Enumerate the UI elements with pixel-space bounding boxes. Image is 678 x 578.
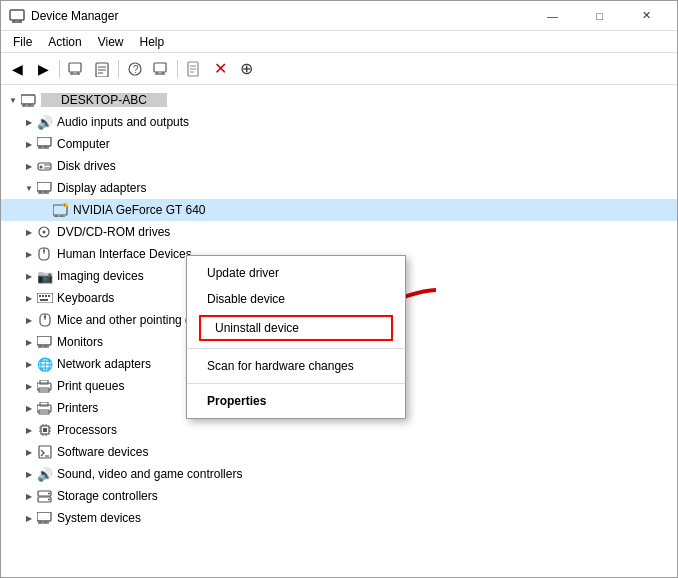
expand-processors[interactable]: ▶ (21, 422, 37, 438)
expand-network[interactable]: ▶ (21, 356, 37, 372)
svg-rect-4 (69, 63, 81, 72)
close-button[interactable]: ✕ (624, 1, 669, 31)
svg-rect-14 (154, 63, 166, 72)
computer-label: Computer (57, 137, 110, 151)
computer-icon (37, 136, 53, 152)
disk-icon (37, 158, 53, 174)
svg-rect-50 (39, 295, 41, 297)
tree-item-software[interactable]: ▶ Software devices (1, 441, 677, 463)
expand-sound[interactable]: ▶ (21, 466, 37, 482)
expand-system[interactable]: ▶ (21, 510, 37, 526)
svg-rect-49 (37, 293, 53, 303)
expand-printers[interactable]: ▶ (21, 400, 37, 416)
printers-label: Printers (57, 401, 98, 415)
tree-item-display[interactable]: ▼ Display adapters (1, 177, 677, 199)
printers-icon (37, 400, 53, 416)
content-area: ▼ DESKTOP-ABC ▶ 🔊 Audio inputs and outpu… (1, 85, 677, 577)
menu-action[interactable]: Action (40, 33, 89, 51)
software-icon (37, 444, 53, 460)
tree-root[interactable]: ▼ DESKTOP-ABC (1, 89, 677, 111)
ctx-properties[interactable]: Properties (187, 388, 405, 414)
svg-point-45 (43, 231, 46, 234)
tree-item-audio[interactable]: ▶ 🔊 Audio inputs and outputs (1, 111, 677, 133)
tree-item-computer[interactable]: ▶ Computer (1, 133, 677, 155)
tree-item-disk[interactable]: ▶ Disk drives (1, 155, 677, 177)
root-icon (21, 92, 37, 108)
tree-item-nvidia[interactable]: ▶ ! NVIDIA GeForce GT 640 (1, 199, 677, 221)
hid-label: Human Interface Devices (57, 247, 192, 261)
expand-keyboards[interactable]: ▶ (21, 290, 37, 306)
toolbar-delete-btn[interactable]: ✕ (208, 57, 232, 81)
app-icon (9, 8, 25, 24)
expand-imaging[interactable]: ▶ (21, 268, 37, 284)
ctx-uninstall-device[interactable]: Uninstall device (199, 315, 393, 341)
expand-printqueues[interactable]: ▶ (21, 378, 37, 394)
menu-bar: File Action View Help (1, 31, 677, 53)
audio-icon: 🔊 (37, 114, 53, 130)
disk-label: Disk drives (57, 159, 116, 173)
toolbar-btn-1[interactable] (64, 57, 88, 81)
svg-rect-53 (48, 295, 50, 297)
toolbar-separator-2 (118, 60, 119, 78)
audio-label: Audio inputs and outputs (57, 115, 189, 129)
toolbar-help-btn[interactable]: ? (123, 57, 147, 81)
imaging-label: Imaging devices (57, 269, 144, 283)
svg-rect-0 (10, 10, 24, 20)
menu-file[interactable]: File (5, 33, 40, 51)
svg-rect-58 (37, 336, 51, 345)
expand-software[interactable]: ▶ (21, 444, 37, 460)
maximize-button[interactable]: □ (577, 1, 622, 31)
network-icon: 🌐 (37, 356, 53, 372)
svg-text:?: ? (133, 64, 139, 75)
expand-mice[interactable]: ▶ (21, 312, 37, 328)
expand-hid[interactable]: ▶ (21, 246, 37, 262)
toolbar-refresh-btn[interactable]: ⊕ (234, 57, 258, 81)
svg-point-57 (44, 316, 46, 318)
svg-rect-51 (42, 295, 44, 297)
sound-label: Sound, video and game controllers (57, 467, 242, 481)
device-manager-window: Device Manager — □ ✕ File Action View He… (0, 0, 678, 578)
system-label: System devices (57, 511, 141, 525)
tree-item-sound[interactable]: ▶ 🔊 Sound, video and game controllers (1, 463, 677, 485)
toolbar: ◀ ▶ ? (1, 53, 677, 85)
tree-item-system[interactable]: ▶ System devices (1, 507, 677, 529)
toolbar-btn-2[interactable] (90, 57, 114, 81)
ctx-scan-hardware[interactable]: Scan for hardware changes (187, 353, 405, 379)
ctx-disable-device[interactable]: Disable device (187, 286, 405, 312)
nvidia-icon: ! (53, 202, 69, 218)
toolbar-separator-1 (59, 60, 60, 78)
expand-audio[interactable]: ▶ (21, 114, 37, 130)
storage-label: Storage controllers (57, 489, 158, 503)
window-title: Device Manager (31, 9, 530, 23)
expand-monitors[interactable]: ▶ (21, 334, 37, 350)
svg-rect-22 (21, 95, 35, 104)
system-icon (37, 510, 53, 526)
svg-point-82 (48, 492, 50, 494)
ctx-divider-1 (187, 348, 405, 349)
expand-disk[interactable]: ▶ (21, 158, 37, 174)
toolbar-separator-3 (177, 60, 178, 78)
expand-dvd[interactable]: ▶ (21, 224, 37, 240)
tree-item-storage[interactable]: ▶ Storage controllers (1, 485, 677, 507)
processors-label: Processors (57, 423, 117, 437)
svg-rect-34 (37, 182, 51, 191)
expand-computer[interactable]: ▶ (21, 136, 37, 152)
back-button[interactable]: ◀ (5, 57, 29, 81)
expand-root[interactable]: ▼ (5, 92, 21, 108)
toolbar-doc-btn[interactable] (182, 57, 206, 81)
expand-storage[interactable]: ▶ (21, 488, 37, 504)
forward-button[interactable]: ▶ (31, 57, 55, 81)
dvd-icon (37, 224, 53, 240)
svg-rect-52 (45, 295, 47, 297)
tree-item-processors[interactable]: ▶ Processors (1, 419, 677, 441)
minimize-button[interactable]: — (530, 1, 575, 31)
ctx-update-driver[interactable]: Update driver (187, 260, 405, 286)
menu-help[interactable]: Help (132, 33, 173, 51)
expand-display[interactable]: ▼ (21, 180, 37, 196)
menu-view[interactable]: View (90, 33, 132, 51)
monitor-icon (37, 334, 53, 350)
tree-item-dvd[interactable]: ▶ DVD/CD-ROM drives (1, 221, 677, 243)
toolbar-monitor-btn[interactable] (149, 57, 173, 81)
svg-point-31 (40, 165, 43, 168)
svg-point-83 (48, 498, 50, 500)
